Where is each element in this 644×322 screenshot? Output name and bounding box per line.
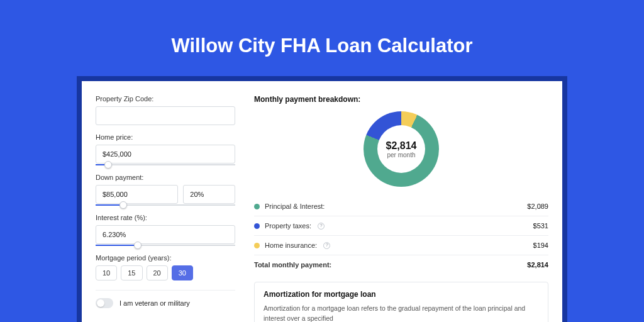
home-price-field: Home price: — [96, 133, 235, 165]
amortization-title: Amortization for mortgage loan — [264, 290, 539, 299]
down-payment-slider[interactable] — [96, 204, 235, 206]
results-panel: Monthly payment breakdown: $2,814 per mo… — [247, 81, 562, 322]
rate-slider-thumb[interactable] — [134, 242, 142, 249]
legend-label: Property taxes: — [265, 222, 311, 230]
payment-donut-chart: $2,814 per month — [364, 111, 439, 187]
home-price-input[interactable] — [96, 145, 235, 164]
donut-center: $2,814 per month — [364, 111, 439, 187]
breakdown-title: Monthly payment breakdown: — [254, 95, 548, 104]
home-price-slider[interactable] — [96, 164, 235, 165]
dot-icon — [254, 243, 260, 248]
amortization-text: Amortization for a mortgage loan refers … — [264, 304, 539, 322]
period-pill-10[interactable]: 10 — [96, 265, 117, 280]
dot-icon — [254, 223, 260, 229]
zip-label: Property Zip Code: — [96, 95, 235, 103]
veteran-label: I am veteran or military — [119, 299, 190, 307]
legend-total-label: Total monthly payment: — [254, 261, 331, 269]
legend-row-principal: Principal & Interest: $2,089 — [254, 197, 548, 216]
legend-label: Principal & Interest: — [265, 203, 325, 210]
down-payment-label: Down payment: — [96, 174, 235, 181]
legend-value: $194 — [533, 242, 548, 249]
down-payment-percent-input[interactable] — [183, 185, 235, 204]
zip-field: Property Zip Code: — [96, 95, 235, 125]
donut-amount: $2,814 — [386, 140, 417, 152]
zip-input[interactable] — [96, 106, 235, 125]
veteran-toggle[interactable] — [96, 298, 113, 308]
down-payment-slider-thumb[interactable] — [119, 201, 127, 209]
legend-total-value: $2,814 — [527, 261, 548, 269]
legend-label: Home insurance: — [265, 242, 317, 249]
down-payment-amount-input[interactable] — [96, 185, 178, 204]
period-pills: 10 15 20 30 — [96, 265, 235, 280]
rate-field: Interest rate (%): — [96, 214, 235, 246]
dot-icon — [254, 204, 260, 209]
legend: Principal & Interest: $2,089 Property ta… — [254, 197, 548, 274]
info-icon[interactable]: ? — [318, 223, 325, 230]
rate-label: Interest rate (%): — [96, 214, 235, 221]
period-field: Mortgage period (years): 10 15 20 30 — [96, 254, 235, 280]
page-title: Willow City FHA Loan Calculator — [171, 35, 472, 57]
legend-row-taxes: Property taxes: ? $531 — [254, 216, 548, 235]
legend-row-insurance: Home insurance: ? $194 — [254, 235, 548, 255]
period-pill-30[interactable]: 30 — [172, 265, 193, 280]
down-payment-field: Down payment: — [96, 174, 235, 206]
amortization-box: Amortization for mortgage loan Amortizat… — [254, 282, 548, 322]
donut-sub: per month — [387, 152, 415, 158]
rate-slider[interactable] — [96, 245, 235, 246]
period-pill-20[interactable]: 20 — [147, 265, 168, 280]
home-price-label: Home price: — [96, 133, 235, 141]
legend-value: $2,089 — [527, 203, 548, 210]
home-price-slider-thumb[interactable] — [104, 161, 112, 169]
legend-row-total: Total monthly payment: $2,814 — [254, 255, 548, 274]
rate-input[interactable] — [96, 225, 235, 244]
legend-value: $531 — [533, 222, 548, 230]
form-panel: Property Zip Code: Home price: Down paym… — [82, 81, 247, 322]
info-icon[interactable]: ? — [323, 242, 330, 249]
period-label: Mortgage period (years): — [96, 254, 235, 262]
veteran-row: I am veteran or military — [96, 290, 235, 308]
period-pill-15[interactable]: 15 — [121, 265, 142, 280]
calculator-card: Property Zip Code: Home price: Down paym… — [82, 81, 562, 322]
card-shadow: Property Zip Code: Home price: Down paym… — [77, 76, 567, 322]
donut-wrap: $2,814 per month — [254, 108, 548, 193]
